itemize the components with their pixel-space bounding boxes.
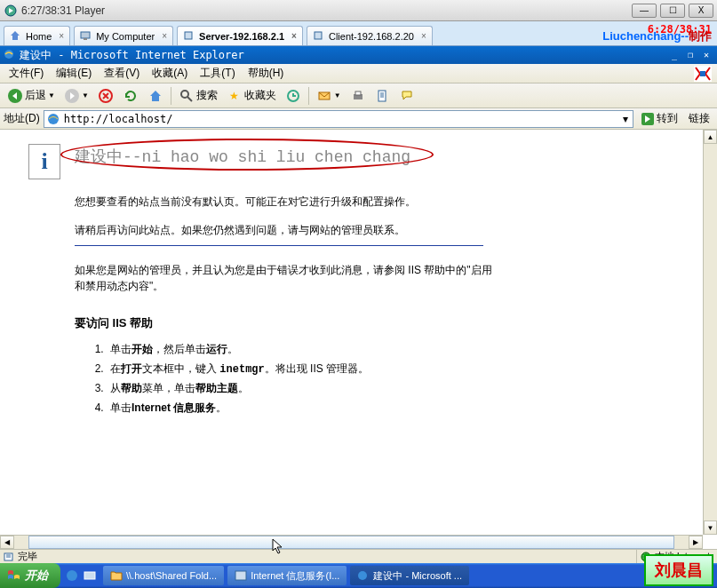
horizontal-scrollbar[interactable]: ◀ ▶ — [0, 535, 703, 549]
refresh-button[interactable] — [119, 86, 142, 106]
menu-favorites[interactable]: 收藏(A) — [147, 64, 193, 83]
home-icon — [10, 30, 22, 43]
svg-point-21 — [67, 570, 77, 581]
mail-icon — [316, 88, 332, 104]
list-item: 单击Internet 信息服务。 — [107, 399, 674, 418]
quick-launch — [64, 568, 98, 584]
taskbar: 开始 \\.host\Shared Fold... Internet 信息服务(… — [0, 563, 717, 588]
ie-logo-icon — [692, 64, 713, 83]
menu-tools[interactable]: 工具(T) — [195, 64, 240, 83]
history-button[interactable] — [282, 86, 305, 106]
menu-edit[interactable]: 编辑(E) — [51, 64, 97, 83]
address-field-wrap[interactable]: ▾ — [44, 110, 633, 128]
ie-minimize[interactable]: _ — [667, 48, 681, 60]
go-icon — [641, 112, 655, 126]
paragraph: 请稍后再访问此站点。如果您仍然遇到问题，请与网站的管理员联系。 — [75, 222, 674, 238]
search-icon — [179, 88, 195, 104]
svg-rect-3 — [185, 32, 192, 39]
page-heading: 建设中--ni hao wo shi liu chen chang — [75, 144, 674, 169]
svg-point-17 — [48, 114, 59, 124]
forward-icon — [64, 88, 80, 104]
list-item: 从帮助菜单，单击帮助主题。 — [107, 379, 674, 399]
forward-button[interactable]: ▼ — [60, 86, 92, 106]
scroll-thumb[interactable] — [28, 536, 674, 549]
tab-server[interactable]: Server-192.168.2.1 × — [177, 26, 303, 45]
vertical-scrollbar[interactable]: ▲ ▼ — [703, 130, 717, 535]
close-icon[interactable]: × — [162, 31, 167, 41]
address-input[interactable] — [62, 113, 618, 125]
go-button[interactable]: 转到 — [637, 109, 681, 128]
list-item: 单击开始，然后单击运行。 — [107, 340, 674, 360]
stop-button[interactable] — [94, 86, 117, 106]
address-dropdown[interactable]: ▾ — [618, 113, 633, 125]
server-icon — [183, 30, 195, 43]
close-icon[interactable]: × — [421, 31, 426, 41]
tab-home[interactable]: Home × — [4, 26, 70, 45]
svg-point-11 — [181, 91, 188, 98]
tab-label: Server-192.168.2.1 — [199, 31, 284, 42]
edit-icon — [375, 88, 391, 104]
star-icon: ★ — [227, 88, 243, 104]
minimize-button[interactable]: — — [632, 4, 657, 18]
svg-rect-7 — [700, 71, 705, 76]
address-bar: 地址(D) ▾ 转到 链接 — [0, 108, 717, 130]
tab-client[interactable]: Client-192.168.2.20 × — [307, 26, 433, 45]
ie-close[interactable]: ✕ — [699, 48, 713, 60]
close-button[interactable]: X — [689, 4, 713, 18]
status-text: 完毕 — [18, 550, 37, 563]
maximize-button[interactable]: ☐ — [660, 4, 685, 18]
iis-icon — [235, 570, 247, 581]
links-label[interactable]: 链接 — [685, 111, 713, 126]
close-icon[interactable]: × — [291, 31, 297, 41]
menu-help[interactable]: 帮助(H) — [243, 64, 290, 83]
chevron-down-icon: ▼ — [82, 91, 89, 99]
scroll-right[interactable]: ▶ — [689, 536, 703, 549]
close-icon[interactable]: × — [59, 31, 64, 41]
ie-window: 建设中 - Microsoft Internet Explorer _ ❐ ✕ … — [0, 46, 717, 130]
task-iis[interactable]: Internet 信息服务(I... — [227, 566, 347, 585]
tab-label: Client-192.168.2.20 — [329, 31, 414, 42]
print-button[interactable] — [347, 86, 370, 106]
paragraph: 您想要查看的站点当前没有默认页。可能正在对它进行升级和配置操作。 — [75, 194, 674, 210]
player-titlebar: 6:27/38:31 Player — ☐ X — [0, 0, 717, 21]
start-button[interactable]: 开始 — [0, 563, 60, 588]
search-button[interactable]: 搜索 — [175, 86, 221, 106]
svg-rect-22 — [84, 572, 95, 579]
scroll-down[interactable]: ▼ — [704, 520, 717, 535]
client-icon — [313, 30, 325, 43]
list-item: 在打开文本框中，键入 inetmgr。将出现 IIS 管理器。 — [107, 360, 674, 380]
favorites-button[interactable]: ★ 收藏夹 — [223, 86, 280, 106]
name-badge: 刘晨昌 — [644, 554, 713, 586]
task-ie-active[interactable]: 建设中 - Microsoft ... — [350, 566, 469, 585]
ie-titlebar: 建设中 - Microsoft Internet Explorer _ ❐ ✕ — [0, 46, 717, 64]
discuss-button[interactable] — [396, 86, 419, 106]
scroll-left[interactable]: ◀ — [0, 536, 14, 549]
address-label: 地址(D) — [4, 111, 40, 126]
chevron-down-icon: ▼ — [48, 91, 55, 99]
menu-view[interactable]: 查看(V) — [99, 64, 145, 83]
status-bar: 完毕 本地 Intranet — [0, 549, 717, 563]
ie-restore[interactable]: ❐ — [683, 48, 697, 60]
ie-icon — [4, 49, 16, 61]
svg-rect-2 — [84, 38, 87, 40]
player-icon — [4, 4, 18, 18]
mail-button[interactable]: ▼ — [313, 86, 345, 106]
edit-button[interactable] — [371, 86, 394, 106]
ql-ie-icon[interactable] — [64, 568, 80, 584]
toolbar: 后退 ▼ ▼ 搜索 ★ 收藏夹 ▼ — [0, 83, 717, 108]
discuss-icon — [400, 88, 416, 104]
task-folder[interactable]: \\.host\Shared Fold... — [103, 566, 224, 585]
ql-desktop-icon[interactable] — [82, 568, 98, 584]
page-favicon — [46, 112, 60, 126]
home-button[interactable] — [144, 86, 167, 106]
menu-file[interactable]: 文件(F) — [4, 64, 49, 83]
scroll-up[interactable]: ▲ — [704, 130, 717, 144]
history-icon — [285, 88, 301, 104]
back-button[interactable]: 后退 ▼ — [4, 86, 59, 106]
page-content: i 建设中--ni hao wo shi liu chen chang 您想要查… — [0, 130, 703, 535]
steps-list: 单击开始，然后单击运行。 在打开文本框中，键入 inetmgr。将出现 IIS … — [107, 340, 674, 417]
player-title: 6:27/38:31 Player — [21, 4, 632, 17]
tab-mycomputer[interactable]: My Computer × — [74, 26, 173, 45]
svg-point-24 — [358, 571, 367, 580]
menu-bar: 文件(F) 编辑(E) 查看(V) 收藏(A) 工具(T) 帮助(H) — [0, 64, 717, 83]
